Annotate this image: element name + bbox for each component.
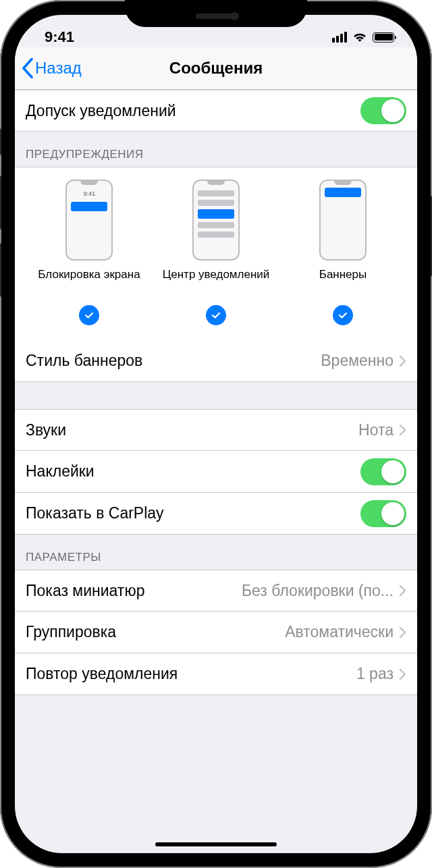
content: Назад Сообщения Допуск уведомлений ПРЕДУ… <box>15 15 417 853</box>
status-bar: 9:41 <box>15 15 417 47</box>
notification-center-preview-icon <box>192 180 240 261</box>
sounds-value: Нота <box>358 421 394 439</box>
alert-styles-panel: 9:41 Блокировка экрана <box>15 167 417 340</box>
alert-lock-check-icon <box>79 305 99 325</box>
grouping-cell[interactable]: Группировка Автоматически <box>15 612 417 653</box>
grouping-label: Группировка <box>26 623 116 641</box>
repeat-cell[interactable]: Повтор уведомления 1 раз <box>15 653 417 695</box>
mute-switch <box>0 128 1 155</box>
alerts-section-header: ПРЕДУПРЕЖДЕНИЯ <box>15 132 417 167</box>
chevron-right-icon <box>399 668 406 680</box>
speaker <box>196 13 236 19</box>
carplay-cell[interactable]: Показать в CarPlay <box>15 493 417 535</box>
alert-banner-label: Баннеры <box>319 267 367 297</box>
status-indicators <box>332 32 394 43</box>
alert-banners-option[interactable]: Баннеры <box>279 180 406 325</box>
alert-notification-center-option[interactable]: Центр уведомлений <box>153 180 279 325</box>
chevron-right-icon <box>399 355 406 367</box>
status-time: 9:41 <box>45 28 74 46</box>
repeat-label: Повтор уведомления <box>26 665 178 683</box>
device-frame: 9:41 <box>0 0 432 868</box>
badges-label: Наклейки <box>26 462 94 481</box>
chevron-right-icon <box>399 626 406 639</box>
banner-style-value: Временно <box>321 352 394 370</box>
screen: 9:41 <box>15 15 417 853</box>
banner-preview-icon <box>319 180 367 261</box>
badges-cell[interactable]: Наклейки <box>15 451 417 493</box>
lock-screen-preview-icon: 9:41 <box>65 180 113 261</box>
cellular-signal-icon <box>332 32 347 43</box>
home-indicator[interactable] <box>155 842 277 846</box>
alert-lock-screen-option[interactable]: 9:41 Блокировка экрана <box>26 180 153 325</box>
front-camera <box>231 12 239 20</box>
banner-style-label: Стиль баннеров <box>26 352 142 370</box>
options-section-header: ПАРАМЕТРЫ <box>15 535 417 570</box>
battery-icon <box>373 32 394 43</box>
carplay-label: Показать в CarPlay <box>26 504 164 522</box>
previews-cell[interactable]: Показ миниатюр Без блокировки (по... <box>15 570 417 612</box>
allow-notifications-toggle[interactable] <box>360 97 406 124</box>
alert-banner-check-icon <box>333 305 353 325</box>
carplay-toggle[interactable] <box>360 500 406 527</box>
banner-style-cell[interactable]: Стиль баннеров Временно <box>15 340 417 382</box>
previews-value: Без блокировки (по... <box>242 582 394 600</box>
allow-notifications-cell[interactable]: Допуск уведомлений <box>15 90 417 132</box>
grouping-value: Автоматически <box>285 623 394 641</box>
navigation-bar: Назад Сообщения <box>15 47 417 90</box>
alert-center-check-icon <box>206 305 226 325</box>
sounds-label: Звуки <box>26 421 66 439</box>
allow-notifications-label: Допуск уведомлений <box>26 102 176 120</box>
chevron-right-icon <box>399 424 406 436</box>
previews-label: Показ миниатюр <box>26 582 144 600</box>
badges-toggle[interactable] <box>360 458 406 485</box>
repeat-value: 1 раз <box>356 665 394 683</box>
volume-down-button <box>0 243 1 297</box>
page-title: Сообщения <box>15 59 417 78</box>
volume-up-button <box>0 175 1 229</box>
alert-lock-label: Блокировка экрана <box>38 267 140 297</box>
wifi-icon <box>352 32 367 43</box>
alert-center-label: Центр уведомлений <box>163 267 270 297</box>
sounds-cell[interactable]: Звуки Нота <box>15 409 417 451</box>
chevron-right-icon <box>399 585 406 597</box>
